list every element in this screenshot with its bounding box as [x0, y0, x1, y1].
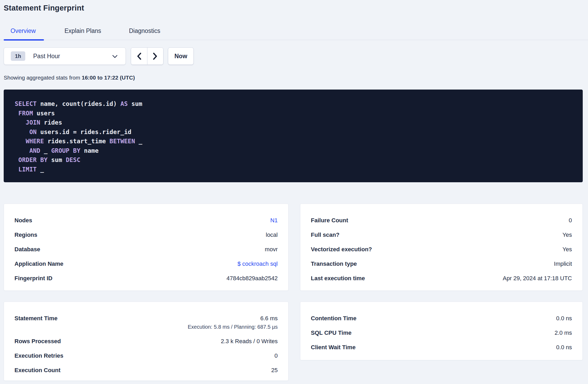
- time-next-button[interactable]: [147, 48, 163, 65]
- aggregation-note: Showing aggregated stats from 16:00 to 1…: [4, 75, 135, 81]
- info-label: Nodes: [14, 217, 32, 224]
- info-label: Contention Time: [311, 315, 356, 322]
- tab-overview[interactable]: Overview: [11, 27, 36, 35]
- info-value: 25: [271, 367, 278, 373]
- info-label: Regions: [14, 232, 37, 238]
- time-prev-button[interactable]: [131, 48, 147, 65]
- sql-text: [15, 147, 29, 154]
- sql-line: ORDER BY sum DESC: [15, 155, 572, 165]
- info-label: Database: [14, 246, 40, 253]
- info-label: Fingerprint ID: [14, 275, 52, 282]
- sql-line: SELECT name, count(rides.id) AS sum: [15, 99, 572, 109]
- time-pager: [131, 47, 163, 65]
- sql-line: AND _ GROUP BY name: [15, 146, 572, 156]
- sql-statement-box: SELECT name, count(rides.id) AS sum FROM…: [4, 90, 583, 182]
- info-value: 0.0 ns: [556, 315, 572, 322]
- info-row: Statement Time6.6 msExecution: 5.8 ms / …: [4, 315, 288, 330]
- sql-keyword: AND: [29, 147, 40, 154]
- sql-line: ON users.id = rides.rider_id: [15, 127, 572, 137]
- time-range-label: Past Hour: [33, 53, 60, 60]
- info-row: Databasemovr: [4, 246, 288, 253]
- info-value: 0: [569, 217, 572, 224]
- time-range-dropdown[interactable]: 1h Past Hour: [4, 47, 126, 65]
- info-row: Rows Processed2.3 k Reads / 0 Writes: [4, 338, 288, 344]
- sql-text: rides: [40, 119, 62, 126]
- info-subtext: Execution: 5.8 ms / Planning: 687.5 µs: [188, 324, 278, 330]
- tab-bar: Overview Explain Plans Diagnostics: [0, 24, 588, 40]
- tab-diagnostics[interactable]: Diagnostics: [129, 27, 160, 35]
- sql-keyword: GROUP BY: [51, 147, 80, 154]
- info-label: Full scan?: [311, 232, 340, 238]
- info-value: movr: [265, 246, 278, 253]
- info-row: Regionslocal: [4, 232, 288, 238]
- info-label: Rows Processed: [14, 338, 61, 344]
- aggregation-note-range: 16:00 to 17:22 (UTC): [82, 75, 135, 81]
- info-row: Execution Retries0: [4, 352, 288, 359]
- info-row: Last execution timeApr 29, 2024 at 17:18…: [300, 275, 582, 282]
- info-row: Execution Count25: [4, 367, 288, 373]
- info-label: Client Wait Time: [311, 344, 356, 351]
- sql-line: JOIN rides: [15, 118, 572, 127]
- sql-keyword: DESC: [66, 156, 80, 163]
- sql-text: name, count(rides.id): [37, 100, 121, 107]
- active-tab-indicator: [4, 39, 44, 41]
- sql-statement: SELECT name, count(rides.id) AS sum FROM…: [15, 99, 572, 174]
- info-value: Yes: [562, 246, 572, 253]
- sql-text: [15, 129, 29, 135]
- statement-details-card: NodesN1RegionslocalDatabasemovrApplicati…: [4, 204, 288, 291]
- info-value-link[interactable]: $ cockroach sql: [237, 260, 278, 267]
- sql-line: WHERE rides.start_time BETWEEN _: [15, 137, 572, 146]
- info-row: Failure Count0: [300, 217, 582, 224]
- info-row: NodesN1: [4, 217, 288, 224]
- info-row: Fingerprint ID4784cb829aab2542: [4, 275, 288, 282]
- aggregation-note-prefix: Showing aggregated stats from: [4, 75, 82, 81]
- sql-line: FROM users: [15, 109, 572, 118]
- info-label: Last execution time: [311, 275, 365, 282]
- info-label: SQL CPU Time: [311, 329, 351, 336]
- statement-times-card: Statement Time6.6 msExecution: 5.8 ms / …: [4, 302, 288, 381]
- info-value: Implicit: [554, 260, 572, 267]
- tab-explain-plans[interactable]: Explain Plans: [64, 27, 101, 35]
- info-label: Execution Retries: [14, 352, 63, 359]
- sql-text: _: [40, 147, 51, 154]
- now-button[interactable]: Now: [168, 47, 194, 65]
- sql-text: sum: [48, 156, 66, 163]
- sql-keyword: ON: [29, 129, 37, 135]
- sql-keyword: ORDER BY: [18, 156, 48, 163]
- sql-text: sum: [128, 100, 142, 107]
- chevron-down-icon: [112, 55, 118, 58]
- sql-line: LIMIT _: [15, 165, 572, 174]
- page-title: Statement Fingerprint: [4, 4, 84, 12]
- info-value-link[interactable]: N1: [270, 217, 278, 224]
- info-row: SQL CPU Time2.0 ms: [300, 329, 582, 336]
- sql-text: users.id = rides.rider_id: [37, 129, 131, 135]
- info-row: Contention Time0.0 ns: [300, 315, 582, 322]
- sql-keyword: JOIN: [26, 119, 40, 126]
- info-value: 2.0 ms: [555, 329, 572, 336]
- sql-keyword: SELECT: [15, 100, 37, 107]
- sql-keyword: BETWEEN: [109, 138, 135, 145]
- info-row: Transaction typeImplicit: [300, 260, 582, 267]
- sql-text: rides.start_time: [44, 138, 109, 145]
- time-range-badge: 1h: [11, 51, 25, 61]
- chevron-left-icon: [137, 52, 141, 60]
- execution-attributes-card: Failure Count0Full scan?YesVectorized ex…: [300, 204, 583, 291]
- info-value: 2.3 k Reads / 0 Writes: [221, 338, 278, 344]
- info-label: Statement Time: [14, 315, 57, 322]
- sql-text: [15, 166, 18, 173]
- info-row: Full scan?Yes: [300, 232, 582, 238]
- info-value: local: [266, 232, 278, 238]
- info-value: Apr 29, 2024 at 17:18 UTC: [503, 275, 572, 282]
- sql-text: users: [33, 110, 55, 117]
- info-value: 0: [275, 352, 278, 359]
- info-label: Transaction type: [311, 260, 357, 267]
- sql-text: [15, 119, 26, 126]
- sql-text: [15, 138, 26, 145]
- sql-text: [15, 110, 18, 117]
- sql-keyword: FROM: [18, 110, 33, 117]
- sql-text: _: [135, 138, 142, 145]
- statement-fingerprint-page: Statement Fingerprint Overview Explain P…: [0, 0, 588, 384]
- info-value: 0.0 ns: [556, 344, 572, 351]
- wait-times-card: Contention Time0.0 nsSQL CPU Time2.0 msC…: [300, 302, 583, 360]
- info-value: 6.6 msExecution: 5.8 ms / Planning: 687.…: [188, 315, 278, 330]
